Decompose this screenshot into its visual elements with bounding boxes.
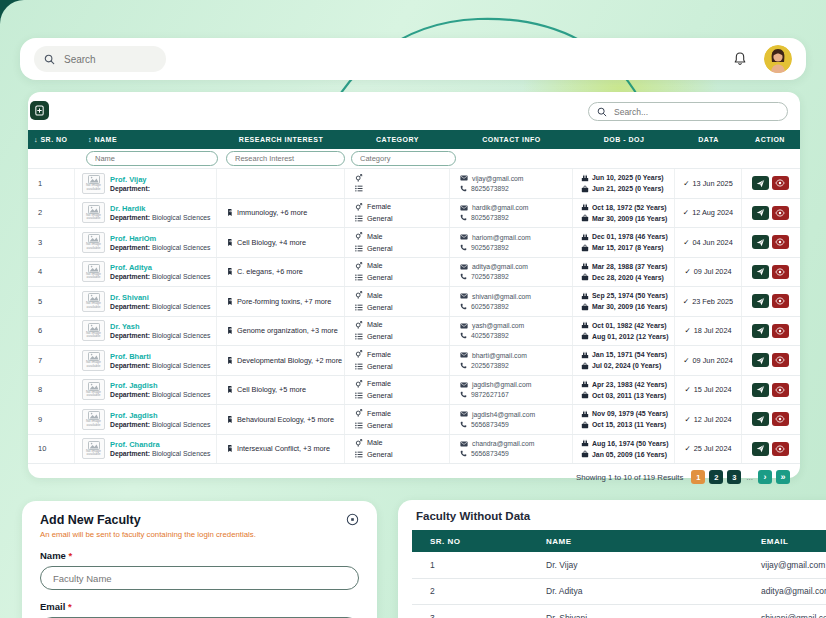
faculty-name-link[interactable]: Prof. Jagdish — [110, 381, 211, 390]
column-header-sr-no[interactable]: ↓ SR. NO — [28, 136, 75, 143]
faculty-name-link[interactable]: Prof. Bharti — [110, 352, 211, 361]
view-button[interactable] — [772, 265, 789, 279]
phone-icon — [460, 303, 467, 310]
eye-icon — [775, 386, 785, 394]
notification-bell-icon[interactable] — [732, 51, 748, 67]
faculty-name-link[interactable]: Dr. Yash — [110, 322, 211, 331]
category-list-icon — [355, 245, 363, 252]
department-text: Department: Biological Sciences — [110, 391, 211, 398]
send-email-button[interactable] — [752, 206, 769, 220]
phone-icon — [460, 214, 467, 221]
view-button[interactable] — [772, 235, 789, 249]
table-row: 6 No image available Dr. Yash Department… — [28, 317, 800, 347]
faculty-name-link[interactable]: Prof. Vijay — [110, 175, 150, 184]
faculty-name-link[interactable]: Dr. Hardik — [110, 204, 211, 213]
research-interest-cell: Behavioural Ecology, +5 more — [217, 405, 345, 434]
pagination-ellipsis: ... — [746, 473, 753, 482]
faculty-name-link[interactable]: Prof. Aditya — [110, 263, 211, 272]
briefcase-icon — [581, 362, 589, 370]
dob-text: Sep 25, 1974 (50 Years) — [592, 292, 668, 299]
send-email-button[interactable] — [752, 294, 769, 308]
briefcase-icon — [581, 391, 589, 399]
eye-icon — [775, 327, 785, 335]
required-asterisk: * — [68, 601, 72, 612]
dob-text: Apr 23, 1983 (42 Years) — [592, 381, 667, 388]
gender-icon — [355, 380, 363, 388]
department-text: Department: Biological Sciences — [110, 303, 211, 310]
send-email-button[interactable] — [752, 235, 769, 249]
category-cell: Female General — [345, 405, 450, 434]
contact-info-cell: hardik@gmail.com 8025673892 — [450, 199, 573, 228]
name-filter-input[interactable] — [86, 151, 218, 166]
table-search-input[interactable] — [612, 106, 776, 118]
name-cell: No image available Dr. Hardik Department… — [75, 199, 217, 228]
doj-text: Dec 28, 2020 (4 Years) — [592, 274, 664, 281]
top-bar — [20, 38, 806, 80]
doj-text: Jun 21, 2025 (0 Years) — [592, 185, 664, 192]
department-text: Department: Biological Sciences — [110, 244, 211, 251]
email-text: chandra@gmail.com — [472, 440, 534, 447]
global-search-input[interactable] — [62, 53, 156, 66]
page-button-3[interactable]: 3 — [727, 470, 741, 484]
category-list-icon — [355, 422, 363, 429]
research-interest-icon — [225, 208, 233, 217]
view-button[interactable] — [772, 294, 789, 308]
column-header-name[interactable]: ↕ NAME — [75, 136, 217, 143]
gender-icon — [355, 291, 363, 299]
faculty-name-link[interactable]: Prof. HariOm — [110, 234, 211, 243]
research-interest-cell: Intersexual Conflict, +3 more — [217, 435, 345, 464]
no-image-placeholder: No image available — [82, 173, 105, 194]
send-email-button[interactable] — [752, 383, 769, 397]
search-icon — [44, 54, 55, 65]
faculty-name-link[interactable]: Prof. Jagdish — [110, 411, 211, 420]
faculty-name-field[interactable] — [40, 566, 359, 590]
view-button[interactable] — [772, 442, 789, 456]
view-button[interactable] — [772, 176, 789, 190]
fwd-sr-cell: 3 — [412, 613, 528, 618]
view-button[interactable] — [772, 383, 789, 397]
doj-text: Jul 02, 2024 (0 Years) — [592, 362, 661, 369]
send-email-button[interactable] — [752, 412, 769, 426]
faculty-name-link[interactable]: Dr. Shivani — [110, 293, 211, 302]
data-cell: ✓ 25 Jul 2024 — [675, 435, 742, 464]
table-row: 5 No image available Dr. Shivani Departm… — [28, 287, 800, 317]
global-search[interactable] — [34, 46, 166, 72]
gender-icon — [355, 439, 363, 447]
doj-text: Jan 05, 2009 (16 Years) — [592, 451, 667, 458]
column-header-category: CATEGORY — [345, 136, 450, 143]
circle-dot-icon[interactable] — [346, 513, 359, 526]
send-email-button[interactable] — [752, 324, 769, 338]
table-search[interactable] — [588, 102, 788, 121]
view-button[interactable] — [772, 206, 789, 220]
view-button[interactable] — [772, 412, 789, 426]
category-filter-input[interactable] — [351, 151, 456, 166]
last-page-button[interactable]: » — [776, 470, 790, 484]
name-cell: No image available Prof. Aditya Departme… — [75, 258, 217, 287]
view-button[interactable] — [772, 324, 789, 338]
add-faculty-toolbar-button[interactable] — [30, 101, 49, 120]
user-avatar[interactable] — [764, 45, 792, 73]
send-email-button[interactable] — [752, 265, 769, 279]
fwd-table-row: 1 Dr. Vijay vijay@gmail.com — [412, 552, 826, 579]
phone-text: 4025673892 — [471, 332, 509, 339]
send-email-button[interactable] — [752, 442, 769, 456]
data-cell: ✓ 18 Jul 2024 — [675, 317, 742, 346]
view-button[interactable] — [772, 353, 789, 367]
page-button-2[interactable]: 2 — [709, 470, 723, 484]
send-email-button[interactable] — [752, 176, 769, 190]
research-interest-cell: Cell Biology, +5 more — [217, 376, 345, 405]
category-list-icon — [355, 363, 363, 370]
next-page-button[interactable]: › — [758, 470, 772, 484]
research-interest-filter-input[interactable] — [226, 151, 345, 166]
send-email-button[interactable] — [752, 353, 769, 367]
faculty-name-link[interactable]: Prof. Chandra — [110, 440, 211, 449]
page-button-1[interactable]: 1 — [691, 470, 705, 484]
table-row: 4 No image available Prof. Aditya Depart… — [28, 258, 800, 288]
dob-text: Mar 28, 1988 (37 Years) — [592, 263, 667, 270]
faculty-table-card: ↓ SR. NO ↕ NAME RESEARCH INTEREST CATEGO… — [28, 92, 800, 478]
category-list-icon — [355, 185, 363, 192]
check-icon: ✓ — [684, 415, 690, 424]
sort-both-icon: ↕ — [88, 136, 92, 143]
table-row: 7 No image available Prof. Bharti Depart… — [28, 346, 800, 376]
category-cell: Male General — [345, 258, 450, 287]
